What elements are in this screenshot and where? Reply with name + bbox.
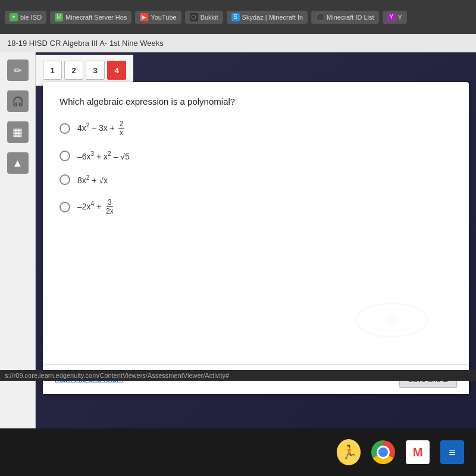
chrome-icon bbox=[371, 440, 395, 464]
option-d[interactable]: –2x4 + 32x bbox=[60, 198, 452, 216]
tab-minecraft-server-label: Minecraft Server Hos bbox=[65, 14, 127, 21]
browser-tab-bar: ✦ ble ISD M Minecraft Server Hos ▶ YouTu… bbox=[0, 0, 476, 34]
stickman-icon: 🏃 bbox=[337, 439, 361, 465]
option-a-text: 4x2 – 3x + 2x bbox=[77, 120, 126, 137]
tab-youtube-label: YouTube bbox=[151, 14, 176, 21]
url-text: s://r09.core.learn.edgenuity.com/Content… bbox=[5, 372, 229, 379]
question-text: Which algebraic expression is a polynomi… bbox=[60, 96, 452, 107]
tab-youtube[interactable]: ▶ YouTube bbox=[135, 11, 181, 24]
ble-isd-icon: ✦ bbox=[10, 13, 18, 21]
watermark bbox=[350, 296, 433, 346]
bukkit-icon: ⬡ bbox=[190, 13, 198, 21]
file-icon: ≡ bbox=[440, 440, 464, 464]
question-nav: 1 2 3 4 bbox=[36, 55, 133, 86]
tab-bukkit[interactable]: ⬡ Bukkit bbox=[185, 11, 223, 24]
radio-d[interactable] bbox=[60, 202, 70, 212]
pencil-icon-btn[interactable]: ✏ bbox=[7, 60, 29, 81]
svg-point-2 bbox=[386, 314, 397, 326]
page-title: 18-19 HISD CR Algebra III A- 1st Nine We… bbox=[7, 39, 164, 48]
headphones-icon-btn[interactable]: 🎧 bbox=[7, 90, 29, 112]
minecraft-id-icon: ⬛ bbox=[316, 13, 324, 21]
skydaz-icon: S bbox=[231, 13, 240, 21]
gmail-icon: M bbox=[406, 440, 430, 464]
tab-minecraft-server[interactable]: M Minecraft Server Hos bbox=[50, 11, 131, 24]
option-c-text: 8x2 + √x bbox=[77, 174, 108, 185]
tab-bukkit-label: Bukkit bbox=[201, 14, 218, 21]
question-tab-2[interactable]: 2 bbox=[64, 61, 83, 80]
taskbar-stickman[interactable]: 🏃 bbox=[337, 440, 361, 464]
minecraft-server-icon: M bbox=[55, 13, 63, 21]
taskbar: 🏃 M ≡ bbox=[0, 428, 476, 476]
radio-a[interactable] bbox=[60, 123, 70, 134]
calculator-icon-btn[interactable]: ▦ bbox=[7, 121, 29, 143]
page-title-bar: 18-19 HISD CR Algebra III A- 1st Nine We… bbox=[0, 34, 476, 52]
tab-skydaz[interactable]: S Skydaz | Minecraft In bbox=[227, 11, 308, 24]
tab-minecraft-id[interactable]: ⬛ Minecraft ID List bbox=[311, 11, 378, 24]
tab-minecraft-id-label: Minecraft ID List bbox=[327, 14, 374, 21]
question-tab-1[interactable]: 1 bbox=[43, 61, 62, 80]
option-a[interactable]: 4x2 – 3x + 2x bbox=[60, 120, 452, 137]
taskbar-chrome[interactable] bbox=[371, 440, 395, 464]
taskbar-gmail[interactable]: M bbox=[406, 440, 430, 464]
option-b[interactable]: –6x3 + x2 – √5 bbox=[60, 151, 452, 161]
svg-point-0 bbox=[356, 303, 427, 337]
option-b-text: –6x3 + x2 – √5 bbox=[77, 151, 130, 161]
tab-ble-isd[interactable]: ✦ ble ISD bbox=[5, 11, 46, 24]
url-bar: s://r09.core.learn.edgenuity.com/Content… bbox=[0, 370, 476, 381]
option-d-text: –2x4 + 32x bbox=[77, 198, 116, 216]
question-panel: Which algebraic expression is a polynomi… bbox=[43, 82, 469, 394]
svg-point-1 bbox=[368, 309, 415, 331]
youtube-icon: ▶ bbox=[140, 13, 148, 21]
y-icon: Y bbox=[387, 13, 396, 21]
radio-b[interactable] bbox=[60, 151, 70, 161]
taskbar-files[interactable]: ≡ bbox=[440, 440, 464, 464]
radio-c[interactable] bbox=[60, 174, 70, 185]
submit-icon-btn[interactable]: ▲ bbox=[7, 152, 29, 174]
screen-area: 18-19 HISD CR Algebra III A- 1st Nine We… bbox=[0, 34, 476, 428]
tab-skydaz-label: Skydaz | Minecraft In bbox=[242, 14, 303, 21]
tab-y-label: Y bbox=[398, 14, 402, 21]
question-tab-3[interactable]: 3 bbox=[86, 61, 105, 80]
tab-ble-isd-label: ble ISD bbox=[20, 14, 42, 21]
option-c[interactable]: 8x2 + √x bbox=[60, 174, 452, 185]
tab-y[interactable]: Y Y bbox=[383, 11, 407, 24]
question-tab-4[interactable]: 4 bbox=[107, 61, 126, 80]
